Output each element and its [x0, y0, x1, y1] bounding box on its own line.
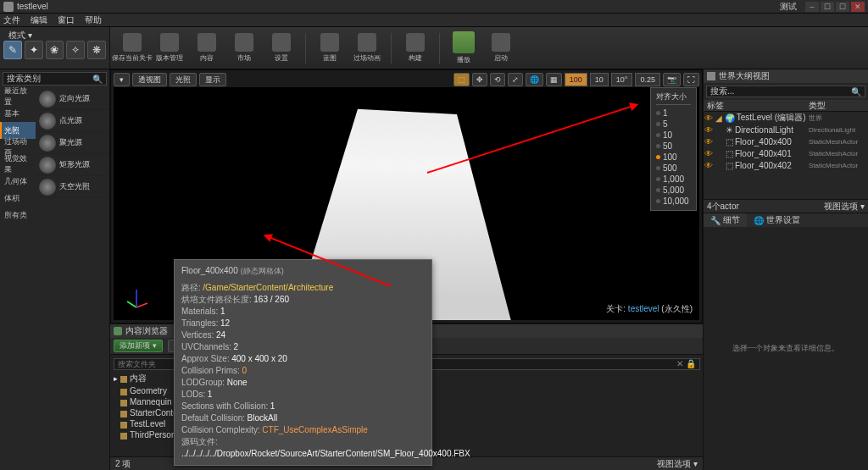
cat-vfx[interactable]: 视觉效果 — [0, 156, 36, 173]
outliner-search[interactable]: 搜索...🔍 — [706, 86, 865, 97]
snap-opt-100[interactable]: 100 — [656, 152, 691, 163]
tool-marketplace[interactable]: 市场 — [227, 30, 261, 66]
source-control-icon — [160, 33, 179, 52]
snap-menu-header: 对齐大小 — [656, 91, 691, 105]
build-icon — [406, 33, 425, 52]
light-icon — [39, 91, 56, 108]
details-panel: 🔧 细节 🌐 世界设置 选择一个对象来查看详细信息。 — [704, 213, 868, 470]
close-button[interactable]: ✕ — [851, 2, 865, 12]
save-icon — [123, 33, 142, 52]
vp-coord[interactable]: 🌐 — [526, 73, 543, 86]
snap-opt-10000[interactable]: 10,000 — [656, 196, 691, 207]
vp-transform-rotate[interactable]: ⟲ — [490, 73, 505, 86]
light-icon — [39, 113, 56, 130]
tool-blueprints[interactable]: 蓝图 — [313, 30, 347, 66]
svg-line-0 — [136, 303, 147, 307]
cb-add-new[interactable]: 添加新项 ▾ — [114, 340, 163, 352]
vp-angle-snap[interactable]: 10° — [611, 73, 633, 86]
menu-file[interactable]: 文件 — [3, 14, 20, 26]
tool-build[interactable]: 构建 — [398, 30, 432, 66]
cat-recent[interactable]: 最近放置 — [0, 88, 36, 105]
menu-window[interactable]: 窗口 — [58, 14, 75, 26]
menu-edit[interactable]: 编辑 — [31, 14, 47, 26]
placer-point-light[interactable]: 点光源 — [36, 110, 109, 132]
tool-cinematics[interactable]: 过场动画 — [350, 30, 384, 66]
main-menu: 文件 编辑 窗口 帮助 — [0, 14, 868, 27]
outliner-tab[interactable]: 世界大纲视图 — [704, 69, 868, 83]
tool-settings[interactable]: 设置 — [264, 30, 298, 66]
light-icon — [39, 157, 56, 174]
cat-all[interactable]: 所有类 — [0, 207, 36, 224]
mode-foliage[interactable]: ✧ — [66, 41, 85, 59]
cb-view-options[interactable]: 视图选项 ▾ — [657, 458, 698, 470]
marketplace-icon — [235, 33, 253, 52]
mode-paint[interactable]: ✦ — [25, 41, 43, 59]
snap-opt-500[interactable]: 500 — [656, 163, 691, 174]
outliner-floor-0[interactable]: 👁⬚ Floor_400x400StaticMeshActor — [704, 135, 868, 147]
viewport-options[interactable]: ▾ — [114, 73, 130, 86]
placer-spot-light[interactable]: 聚光源 — [36, 132, 109, 154]
placer-sky-light[interactable]: 天空光照 — [36, 176, 109, 198]
settings-icon — [272, 33, 291, 52]
cat-volumes[interactable]: 体积 — [0, 190, 36, 207]
axis-gizmo — [124, 286, 149, 312]
outliner-directional-light[interactable]: 👁☀ DirectionalLightDirectionalLight — [704, 124, 868, 135]
vp-snap-size[interactable]: 10 — [590, 73, 609, 86]
outliner-view-options[interactable]: 视图选项 ▾ — [824, 201, 865, 213]
light-icon — [39, 135, 56, 152]
vp-scale-snap[interactable]: 0.25 — [635, 73, 660, 86]
cinematics-icon — [358, 33, 376, 52]
level-label: 关卡: testlevel (永久性) — [606, 303, 693, 315]
play-icon — [453, 31, 475, 53]
world-settings-tab[interactable]: 🌐 世界设置 — [747, 213, 807, 227]
place-actors-panel: 搜索类别🔍 最近放置 基本 光照 过场动画 视觉效果 几何体 体积 所有类 定向… — [0, 69, 109, 235]
snap-opt-5[interactable]: 5 — [656, 119, 691, 130]
actor-count: 4个actor — [707, 201, 739, 213]
outliner-level[interactable]: 👁◢ 🌍 TestLevel (编辑器)世界 — [704, 112, 868, 124]
snap-opt-5000[interactable]: 5,000 — [656, 185, 691, 196]
menu-help[interactable]: 帮助 — [85, 14, 102, 26]
vp-camera-speed[interactable]: 📷 — [663, 73, 681, 86]
tool-content[interactable]: 内容 — [190, 30, 224, 66]
cb-item-count: 2 项 — [115, 458, 131, 470]
vp-grid-snap[interactable]: 100 — [565, 73, 587, 86]
mode-geometry[interactable]: ❋ — [87, 41, 106, 59]
tool-play[interactable]: 播放 — [447, 30, 481, 66]
snap-opt-50[interactable]: 50 — [656, 141, 691, 152]
content-icon — [198, 33, 216, 52]
vp-transform-scale[interactable]: ⤢ — [508, 73, 523, 86]
cat-geometry[interactable]: 几何体 — [0, 173, 36, 190]
placer-search[interactable]: 搜索类别🔍 — [3, 72, 107, 86]
mode-place[interactable]: ✎ — [3, 41, 22, 59]
details-empty: 选择一个对象来查看详细信息。 — [704, 227, 868, 470]
maximize-button[interactable]: ☐ — [836, 2, 849, 12]
placer-rect-light[interactable]: 矩形光源 — [36, 154, 109, 176]
viewport-perspective[interactable]: 透视图 — [132, 73, 167, 86]
vp-transform-select[interactable]: ⬚ — [453, 73, 470, 86]
modes-panel: 模式 ▾ ✎ ✦ ❀ ✧ ❋ — [0, 27, 110, 69]
restore-button[interactable]: ☐ — [821, 2, 834, 12]
snap-opt-1[interactable]: 1 — [656, 108, 691, 119]
tool-launch[interactable]: 启动 — [484, 30, 518, 66]
cat-basic[interactable]: 基本 — [0, 105, 36, 122]
snap-opt-1000[interactable]: 1,000 — [656, 174, 691, 185]
vp-maximize[interactable]: ⛶ — [683, 73, 699, 86]
placer-directional-light[interactable]: 定向光源 — [36, 88, 109, 110]
launch-icon — [492, 33, 510, 52]
tool-save[interactable]: 保存当前关卡 — [115, 30, 149, 66]
folder-icon — [114, 327, 122, 335]
tool-source-control[interactable]: 版本管理 — [153, 30, 186, 66]
mode-landscape[interactable]: ❀ — [46, 41, 64, 59]
outliner-floor-1[interactable]: 👁⬚ Floor_400x401StaticMeshActor — [704, 147, 868, 159]
minimize-button[interactable]: – — [805, 2, 819, 12]
main-toolbar: 保存当前关卡 版本管理 内容 市场 设置 蓝图 过场动画 构建 播放 启动 — [110, 27, 868, 69]
vp-transform-move[interactable]: ✥ — [472, 73, 487, 86]
viewport-lit[interactable]: 光照 — [170, 73, 197, 86]
details-tab[interactable]: 🔧 细节 — [704, 213, 747, 227]
vp-surface-snap[interactable]: ▦ — [546, 73, 562, 86]
modes-label[interactable]: 模式 ▾ — [3, 29, 37, 42]
snap-opt-10[interactable]: 10 — [656, 130, 691, 141]
viewport-show[interactable]: 显示 — [199, 73, 226, 86]
outliner-floor-2[interactable]: 👁⬚ Floor_400x402StaticMeshActor — [704, 159, 868, 171]
test-label: 测试 — [780, 1, 797, 13]
